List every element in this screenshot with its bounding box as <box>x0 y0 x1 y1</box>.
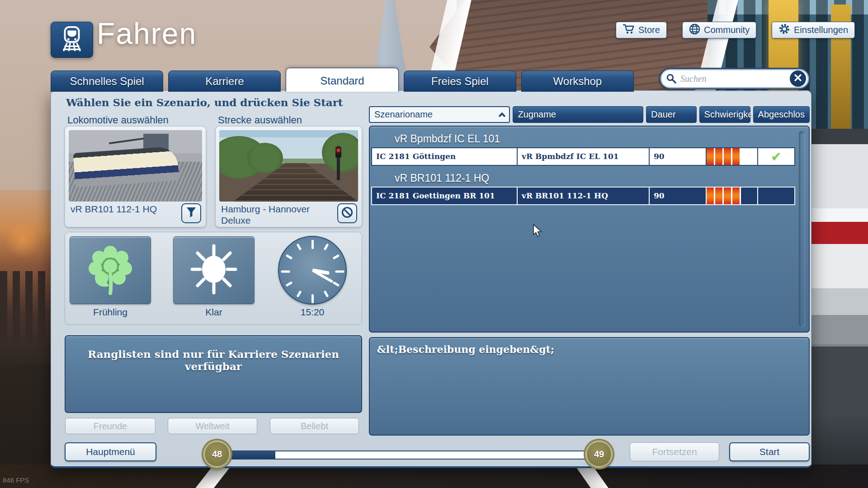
cart-icon <box>623 23 635 37</box>
rank-button-weltweit[interactable]: Weltweit <box>168 418 257 434</box>
loco-filter-button[interactable] <box>181 203 201 223</box>
tab-label: Karriere <box>205 75 244 87</box>
route-clear-button[interactable] <box>337 203 357 223</box>
community-button[interactable]: Community <box>682 22 756 38</box>
table-group-header: vR BR101 112-1 HQ <box>395 171 809 186</box>
ranking-buttons: FreundeWeltweitBeliebt <box>65 418 362 434</box>
community-label: Community <box>704 25 750 35</box>
cell-completed <box>758 188 794 204</box>
column-header-szenarioname[interactable]: Szenarioname <box>369 106 510 123</box>
tab-freies-spiel[interactable]: Freies Spiel <box>404 70 516 92</box>
flower-icon <box>85 243 135 298</box>
tab-standard[interactable]: Standard <box>286 68 398 92</box>
main-menu-button[interactable]: Hauptmenü <box>65 442 156 461</box>
column-header-zugname[interactable]: Zugname <box>513 106 643 123</box>
store-button[interactable]: Store <box>616 22 667 38</box>
globe-icon <box>689 23 700 37</box>
difficulty-bar <box>741 148 750 165</box>
cell-duration: 90 <box>650 188 707 204</box>
column-label: Zugname <box>518 109 556 120</box>
clock-tick <box>332 254 339 260</box>
season-tile[interactable] <box>70 236 151 304</box>
search-box <box>659 68 810 89</box>
clock-tick <box>285 282 292 287</box>
season-label: Frühling <box>70 307 151 318</box>
table-scrollbar[interactable] <box>799 131 805 327</box>
clock-tick <box>332 282 339 287</box>
tab-label: Schnelles Spiel <box>70 75 144 87</box>
difficulty-bar <box>715 148 724 165</box>
conditions-panel: Frühling Klar 15:20 <box>65 232 362 325</box>
rank-button-freunde[interactable]: Freunde <box>65 418 156 434</box>
table-row[interactable]: IC 2181 GöttingenvR Bpmbdzf IC EL 10190✔ <box>371 147 795 166</box>
table-row[interactable]: IC 2181 Goettingen BR 101vR BR101 112-1 … <box>371 187 795 205</box>
table-group-header: vR Bpmbdzf IC EL 101 <box>395 132 809 146</box>
search-input[interactable] <box>680 74 790 84</box>
weather-tile[interactable] <box>173 236 255 304</box>
column-label: Schwierigke <box>704 109 753 120</box>
level-badge-current: 48 <box>203 441 231 468</box>
ranking-notice: Ranglisten sind nur für Karriere Szenari… <box>66 336 361 372</box>
cell-completed: ✔ <box>758 148 794 165</box>
tab-schnelles-spiel[interactable]: Schnelles Spiel <box>51 70 163 92</box>
cell-duration: 90 <box>650 148 707 165</box>
close-icon <box>794 74 802 84</box>
ranking-panel: Ranglisten sind nur für Karriere Szenari… <box>65 335 362 413</box>
search-icon <box>666 73 677 84</box>
settings-button[interactable]: Einstellungen <box>772 22 855 38</box>
difficulty-bar <box>724 148 732 165</box>
clock-tick <box>285 254 292 260</box>
background-ice-train <box>810 129 868 350</box>
clock-tick <box>296 291 302 297</box>
difficulty-bar <box>732 188 741 204</box>
description-panel: &lt;Beschreibung eingeben&gt; <box>369 337 810 436</box>
rank-button-beliebt[interactable]: Beliebt <box>270 418 359 434</box>
column-header-abgeschlos[interactable]: Abgeschlos <box>753 106 810 123</box>
difficulty-bar <box>724 188 732 204</box>
route-card[interactable]: Hamburg - Hannover Deluxe <box>215 126 362 227</box>
filter-icon <box>186 206 197 220</box>
tab-karriere[interactable]: Karriere <box>168 70 281 92</box>
clock-icon[interactable] <box>278 236 347 305</box>
route-image-signal <box>337 146 340 180</box>
store-label: Store <box>638 25 660 35</box>
level-progress-bar <box>217 450 599 460</box>
app-logo <box>51 22 93 58</box>
cell-train-name: vR BR101 112-1 HQ <box>518 188 650 204</box>
difficulty-bar <box>707 188 715 204</box>
weather-label: Klar <box>173 307 255 318</box>
description-text: &lt;Beschreibung eingeben&gt; <box>370 338 809 361</box>
route-name: Hamburg - Hannover Deluxe <box>221 203 325 226</box>
cell-difficulty <box>707 188 758 204</box>
loco-select-label: Lokomotive auswählen <box>67 114 169 126</box>
sun-icon <box>187 242 241 298</box>
difficulty-bar <box>732 148 741 165</box>
check-icon: ✔ <box>771 150 781 163</box>
resume-button[interactable]: Fortsetzen <box>630 442 719 461</box>
tab-label: Workshop <box>553 75 602 87</box>
background-sunset-city <box>0 190 53 371</box>
scenario-instruction: Wählen Sie ein Szenario, und drücken Sie… <box>66 96 343 108</box>
train-icon <box>58 25 86 55</box>
cell-scenario-name: IC 2181 Goettingen BR 101 <box>372 188 518 204</box>
gear-icon <box>778 23 790 37</box>
column-header-schwierigke[interactable]: Schwierigke <box>699 106 750 123</box>
route-image-tree <box>247 143 283 173</box>
start-button[interactable]: Start <box>729 442 810 461</box>
route-select-label: Strecke auswählen <box>218 114 302 126</box>
clock-tick <box>311 294 314 303</box>
route-image <box>219 130 358 202</box>
locomotive-image <box>69 130 202 202</box>
clock-tick <box>296 244 302 250</box>
screen: 846 FPS Fahren Store <box>0 0 868 488</box>
level-badge-next: 49 <box>585 441 613 468</box>
column-label: Szenarioname <box>374 109 433 120</box>
tab-label: Freies Spiel <box>431 75 489 87</box>
loco-image-body <box>73 146 179 188</box>
locomotive-card[interactable]: vR BR101 112-1 HQ <box>65 126 206 227</box>
locomotive-name: vR BR101 112-1 HQ <box>71 203 175 215</box>
search-clear-button[interactable] <box>790 70 806 87</box>
loco-image-pantograph <box>109 138 143 145</box>
column-header-dauer[interactable]: Dauer <box>646 106 697 123</box>
tab-workshop[interactable]: Workshop <box>521 70 634 92</box>
